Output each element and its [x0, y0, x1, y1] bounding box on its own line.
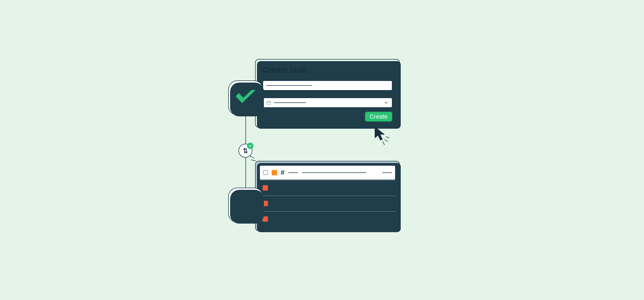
ticket-checkbox[interactable] [263, 170, 268, 175]
create-button[interactable]: Create [365, 112, 392, 122]
illustration-stage: Create task Create [228, 59, 416, 241]
sync-success-icon [247, 143, 253, 149]
field-label-placeholder [263, 94, 292, 95]
priority-badge [272, 170, 277, 175]
zendesk-logo-icon [235, 197, 256, 214]
svg-line-10 [383, 142, 384, 145]
ticket-row[interactable]: # [259, 196, 396, 211]
cursor-icon [373, 125, 392, 147]
ticket-id-hash: # [272, 199, 275, 208]
create-task-dialog: Create task Create [255, 59, 400, 128]
input-placeholder-line [266, 85, 312, 86]
ticket-id-placeholder [279, 219, 289, 219]
task-name-input[interactable] [263, 80, 392, 91]
svg-line-0 [250, 156, 254, 158]
svg-line-8 [385, 139, 388, 142]
svg-line-1 [251, 160, 256, 161]
input-placeholder-line [274, 102, 306, 103]
ticket-meta-placeholder [383, 203, 392, 204]
wrike-app-badge [228, 80, 263, 115]
chevron-down-icon [384, 100, 389, 105]
wrike-logo-icon [234, 90, 257, 106]
zendesk-app-badge [228, 188, 263, 223]
ticket-row[interactable]: # [259, 180, 396, 196]
ticket-row[interactable]: # [259, 165, 396, 180]
ticket-id-hash: # [272, 215, 275, 223]
close-icon[interactable] [387, 67, 392, 73]
svg-line-9 [386, 137, 389, 138]
ticket-subject-placeholder [293, 188, 357, 188]
ticket-id-hash: # [272, 184, 275, 192]
ticket-subject-placeholder [293, 219, 357, 219]
ticket-meta-placeholder [383, 188, 392, 188]
sync-badge [238, 144, 252, 158]
motion-dashes-icon [250, 155, 260, 162]
ticket-list-panel: # # # # [255, 161, 400, 231]
dialog-title: Create task [263, 65, 306, 75]
ticket-meta-placeholder [382, 172, 392, 173]
field-label-placeholder [263, 77, 284, 78]
ticket-row[interactable]: # [259, 211, 396, 227]
svg-rect-4 [267, 101, 271, 104]
ticket-id-placeholder [279, 188, 289, 188]
ticket-subject-placeholder [302, 172, 366, 173]
ticket-meta-placeholder [383, 219, 392, 219]
task-date-select[interactable] [263, 98, 392, 108]
calendar-icon [266, 100, 271, 105]
ticket-id-placeholder [279, 203, 289, 204]
ticket-id-hash: # [281, 168, 285, 177]
ticket-subject-placeholder [293, 203, 357, 204]
ticket-id-placeholder [288, 172, 298, 173]
priority-badge [263, 185, 268, 191]
